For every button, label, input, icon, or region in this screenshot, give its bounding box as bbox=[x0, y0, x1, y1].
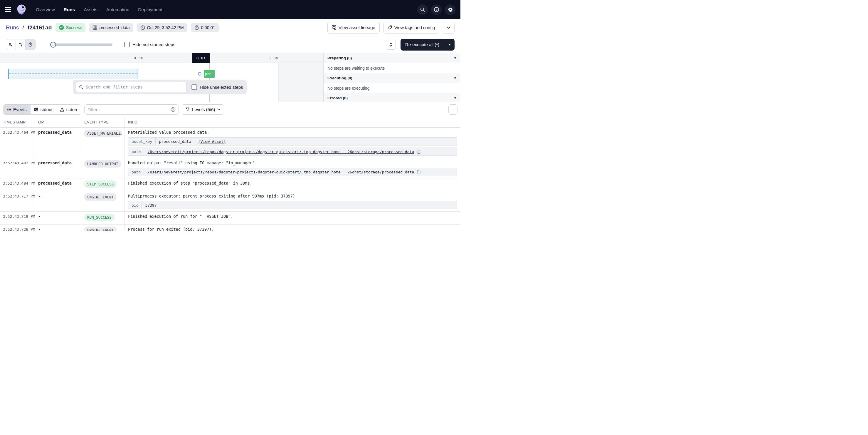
copy-icon[interactable] bbox=[416, 170, 421, 174]
step-filter-panel: Hide unselected steps bbox=[73, 80, 247, 94]
timeline-cursor-tick: 0.8s bbox=[192, 53, 210, 63]
accordion-preparing[interactable]: Preparing (0) ▼ bbox=[323, 53, 460, 63]
metadata-key: pid bbox=[128, 201, 142, 209]
hide-not-started-checkbox[interactable] bbox=[124, 42, 130, 47]
asset-chip[interactable]: processed_data bbox=[89, 23, 133, 32]
timeline-tick-0-5s: 0.5s bbox=[134, 53, 143, 63]
event-timestamp: 3:52:43.717 PM bbox=[3, 194, 35, 198]
timing-view-icon[interactable] bbox=[26, 39, 35, 50]
levels-dropdown[interactable]: Levels (5/6) bbox=[182, 104, 224, 115]
timer-icon bbox=[194, 25, 199, 30]
view-tags-config-button[interactable]: View tags and config bbox=[383, 22, 439, 33]
step-search-field[interactable] bbox=[76, 82, 187, 92]
accordion-errored-title: Errored (0) bbox=[328, 96, 348, 100]
view-asset-lineage-button[interactable]: View asset lineage bbox=[328, 22, 380, 33]
table-row: 3:52:43.717 PM - ENGINE_EVENT Multiproce… bbox=[0, 191, 460, 212]
help-icon[interactable]: ? bbox=[431, 4, 442, 15]
expand-collapse-logs-button[interactable] bbox=[448, 104, 458, 115]
breadcrumb-separator: / bbox=[22, 24, 24, 31]
timeline-header: 0.5s 1.0s 0.8s bbox=[0, 53, 323, 63]
event-info-text: Handled output "result" using IO manager… bbox=[128, 160, 457, 166]
clock-icon bbox=[141, 25, 145, 30]
event-timestamp: 3:52:43.726 PM bbox=[3, 227, 35, 231]
header-event-type: EVENT TYPE bbox=[81, 117, 124, 127]
accordion-preparing-body: No steps are waiting to execute bbox=[323, 63, 460, 73]
metadata-key: path bbox=[128, 148, 144, 155]
table-row: 3:52:43.719 PM - RUN_SUCCESS Finished ex… bbox=[0, 212, 460, 225]
check-circle-icon bbox=[59, 25, 64, 30]
path-link[interactable]: /Users/neverett/projects/repos/dagster-p… bbox=[147, 170, 414, 174]
hide-unselected-label: Hide unselected steps bbox=[200, 85, 243, 90]
step-status-panel: Preparing (0) ▼ No steps are waiting to … bbox=[323, 53, 460, 102]
metadata-row-asset-key: asset_key processed_data [View Asset] bbox=[128, 137, 457, 145]
more-actions-button[interactable] bbox=[443, 22, 455, 33]
nav-item-deployment[interactable]: Deployment bbox=[138, 7, 162, 12]
primary-nav: Overview Runs Assets Automation Deployme… bbox=[36, 7, 162, 12]
hide-unselected-checkbox[interactable] bbox=[191, 84, 197, 90]
event-info-text: Finished execution of run for "__ASSET_J… bbox=[128, 214, 457, 219]
tab-stdout-label: stdout bbox=[40, 107, 53, 112]
path-link[interactable]: /Users/neverett/projects/repos/dagster-p… bbox=[147, 150, 414, 154]
terminal-icon bbox=[34, 107, 38, 112]
chevron-down-icon bbox=[217, 109, 220, 111]
hamburger-menu-icon[interactable] bbox=[5, 7, 11, 12]
dagster-logo[interactable] bbox=[15, 3, 28, 16]
event-info-text: Multiprocess executor: parent process ex… bbox=[128, 194, 457, 199]
log-filter-input[interactable] bbox=[88, 107, 168, 112]
event-type-badge: RUN_SUCCESS bbox=[84, 214, 115, 221]
event-list-icon bbox=[7, 107, 11, 112]
slider-handle[interactable] bbox=[50, 42, 56, 48]
log-filter-field[interactable] bbox=[84, 104, 179, 115]
run-id: f24161ad bbox=[28, 24, 52, 31]
metadata-row-pid: pid 37397 bbox=[128, 201, 457, 209]
chevron-down-icon bbox=[447, 26, 451, 29]
search-icon[interactable] bbox=[417, 4, 428, 15]
gantt-chart: 0.5s 1.0s 0.8s pro… Hide unselected step… bbox=[0, 53, 460, 102]
log-view-tabs: Events stdout stderr bbox=[3, 104, 81, 115]
event-timestamp: 3:52:43.464 PM bbox=[3, 130, 35, 135]
event-timestamp: 3:52:43.719 PM bbox=[3, 214, 35, 219]
event-type-badge: ENGINE_EVENT bbox=[84, 194, 117, 201]
accordion-executing-title: Executing (0) bbox=[328, 76, 352, 80]
gear-icon[interactable] bbox=[445, 4, 456, 15]
clear-filter-icon[interactable] bbox=[170, 107, 176, 112]
waterfall-view-icon[interactable] bbox=[16, 39, 26, 50]
step-waiting-band bbox=[8, 69, 137, 79]
reexecute-all-button[interactable]: Re-execute all (*) bbox=[401, 39, 444, 51]
view-asset-lineage-label: View asset lineage bbox=[339, 25, 375, 30]
header-info: INFO bbox=[124, 117, 460, 127]
start-time-label: Oct 29, 3:52:42 PM bbox=[147, 25, 184, 30]
tab-stdout[interactable]: stdout bbox=[31, 105, 56, 114]
step-search-input[interactable] bbox=[86, 85, 184, 89]
event-info-text: Materialized value processed_data. bbox=[128, 129, 457, 135]
event-op: - bbox=[38, 214, 40, 219]
accordion-errored[interactable]: Errored (0) ▼ bbox=[323, 93, 460, 102]
event-timestamp: 3:52:43.482 PM bbox=[3, 161, 35, 165]
event-type-badge: STEP_SUCCESS bbox=[84, 180, 117, 188]
slider-track[interactable] bbox=[50, 44, 113, 46]
event-op: processed_data bbox=[38, 181, 72, 185]
levels-label: Levels (5/6) bbox=[192, 107, 215, 112]
nav-item-overview[interactable]: Overview bbox=[36, 7, 55, 12]
nav-item-automation[interactable]: Automation bbox=[106, 7, 129, 12]
accordion-executing[interactable]: Executing (0) ▼ bbox=[323, 73, 460, 83]
table-row: 3:52:43.482 PM processed_data HANDLED_OU… bbox=[0, 158, 460, 178]
metadata-row-path: path /Users/neverett/projects/repos/dags… bbox=[128, 168, 457, 176]
metadata-value: 37397 bbox=[145, 203, 156, 207]
tab-stderr[interactable]: stderr bbox=[56, 105, 81, 114]
table-row: 3:52:43.484 PM processed_data STEP_SUCCE… bbox=[0, 178, 460, 191]
reexecute-dropdown-button[interactable] bbox=[444, 39, 455, 51]
flat-view-icon[interactable] bbox=[6, 39, 16, 50]
breadcrumb-runs-link[interactable]: Runs bbox=[6, 24, 19, 31]
copy-icon[interactable] bbox=[416, 150, 421, 154]
nav-item-assets[interactable]: Assets bbox=[84, 7, 97, 12]
event-type-badge: ASSET_MATERIALI… bbox=[84, 129, 122, 137]
view-asset-link[interactable]: [View Asset] bbox=[198, 139, 226, 144]
expand-collapse-gantt-button[interactable] bbox=[386, 40, 396, 50]
gantt-zoom-slider[interactable] bbox=[50, 42, 113, 48]
gantt-view-mode-group bbox=[6, 39, 35, 50]
nav-item-runs[interactable]: Runs bbox=[64, 7, 75, 12]
timeline-gridline bbox=[274, 63, 274, 102]
step-bar-processed-data[interactable]: pro… bbox=[204, 70, 215, 78]
tab-events[interactable]: Events bbox=[3, 105, 31, 114]
